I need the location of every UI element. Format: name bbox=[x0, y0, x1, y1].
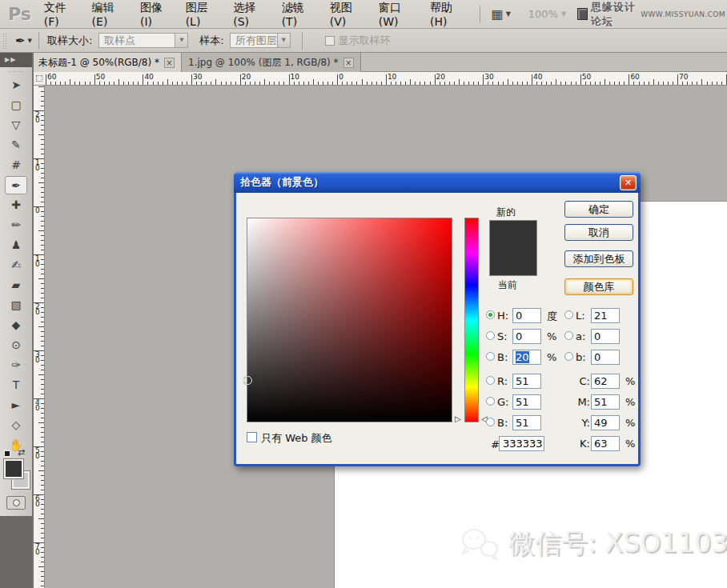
ruler-number: 60 bbox=[630, 73, 639, 81]
chevron-down-icon[interactable]: ▼ bbox=[277, 34, 290, 47]
ruler-number: 30 bbox=[484, 73, 493, 81]
radio-b[interactable] bbox=[564, 352, 573, 361]
radio-r[interactable] bbox=[486, 376, 495, 385]
eyedropper-tool[interactable]: ✒ bbox=[5, 176, 27, 194]
color-libraries-button[interactable]: 颜色库 bbox=[564, 278, 633, 295]
new-current-swatch bbox=[489, 220, 537, 276]
radio-b[interactable] bbox=[486, 352, 495, 361]
field-input-r[interactable]: 51 bbox=[512, 374, 541, 389]
sample-dropdown[interactable]: 所有图层 ▼ bbox=[230, 33, 291, 48]
menu-item-5[interactable]: 选择(S) bbox=[233, 1, 263, 28]
cancel-button[interactable]: 取消 bbox=[564, 224, 633, 241]
field-input-l[interactable]: 21 bbox=[591, 308, 620, 323]
move-tool[interactable]: ➤ bbox=[0, 75, 32, 95]
default-colors-icon[interactable] bbox=[4, 450, 10, 457]
document-tab-1[interactable]: 未标题-1 @ 50%(RGB/8) *× bbox=[32, 53, 182, 72]
brush-tool[interactable]: ✏ bbox=[0, 215, 32, 235]
radio-s[interactable] bbox=[486, 331, 495, 340]
radio-b[interactable] bbox=[486, 418, 495, 426]
arrange-documents-icon[interactable]: ▦ bbox=[492, 6, 504, 22]
sample-value: 所有图层 bbox=[235, 34, 277, 48]
horizontal-ruler[interactable]: 60504030201001020304050607080 bbox=[45, 72, 727, 86]
field-unit: % bbox=[625, 417, 635, 429]
ok-button[interactable]: 确定 bbox=[564, 201, 633, 218]
add-to-swatches-button[interactable]: 添加到色板 bbox=[564, 250, 633, 267]
hue-slider-left-arrow[interactable]: ▷ bbox=[455, 414, 461, 423]
hex-input[interactable]: 333333 bbox=[499, 436, 544, 451]
only-web-colors-label: 只有 Web 颜色 bbox=[261, 431, 332, 446]
field-input-m[interactable]: 51 bbox=[591, 394, 620, 410]
gradient-tool[interactable]: ▧ bbox=[0, 295, 32, 315]
field-input-b[interactable]: 20 bbox=[512, 350, 541, 365]
field-input-g[interactable]: 51 bbox=[512, 394, 541, 410]
wechat-id-text: 微信号: XSO11033 bbox=[508, 526, 727, 562]
ruler-number: 10 bbox=[35, 256, 40, 267]
field-label: a: bbox=[576, 330, 585, 342]
ruler-origin-box[interactable] bbox=[34, 72, 45, 86]
type-tool[interactable]: T bbox=[0, 375, 32, 395]
menu-item-6[interactable]: 滤镜(T) bbox=[282, 1, 311, 28]
field-input-c[interactable]: 62 bbox=[591, 374, 620, 389]
menu-item-3[interactable]: 图像(I) bbox=[140, 1, 167, 28]
dodge-tool[interactable]: ⊙ bbox=[0, 335, 32, 355]
shape-tool[interactable]: ◇ bbox=[0, 415, 32, 435]
menu-item-8[interactable]: 窗口(W) bbox=[379, 1, 412, 28]
tab-close-icon[interactable]: × bbox=[343, 58, 354, 68]
field-input-k[interactable]: 63 bbox=[591, 436, 620, 451]
photoshop-logo: Ps bbox=[8, 4, 31, 24]
field-input-s[interactable]: 0 bbox=[512, 329, 541, 344]
blur-tool[interactable]: ◆ bbox=[0, 315, 32, 335]
radio-g[interactable] bbox=[486, 397, 495, 406]
field-input-b[interactable]: 0 bbox=[591, 350, 620, 365]
radio-h[interactable] bbox=[486, 310, 495, 319]
history-brush-tool[interactable]: ✍ bbox=[0, 255, 32, 275]
eraser-tool[interactable]: ▰ bbox=[0, 275, 32, 295]
document-tab-2[interactable]: 1.jpg @ 100% (图层 1, RGB/8) *× bbox=[182, 53, 361, 72]
dialog-title-bar[interactable]: 拾色器（前景色） ✕ bbox=[234, 172, 641, 193]
color-field-marker[interactable] bbox=[243, 376, 252, 385]
ruler-number: 70 bbox=[35, 544, 40, 555]
pen-tool[interactable]: ✑ bbox=[0, 355, 32, 375]
hue-slider[interactable] bbox=[464, 218, 479, 422]
clone-stamp-tool[interactable]: ♟ bbox=[0, 235, 32, 255]
field-input-b[interactable]: 51 bbox=[512, 415, 541, 430]
eyedropper-icon[interactable]: ✒ bbox=[15, 34, 26, 48]
only-web-colors-checkbox[interactable] bbox=[247, 432, 257, 442]
chevron-down-icon[interactable]: ▼ bbox=[175, 34, 187, 47]
toolbar-collapse-button[interactable]: ▶▶ bbox=[0, 53, 32, 67]
crop-tool[interactable]: # bbox=[0, 155, 32, 175]
field-unit: % bbox=[625, 375, 635, 387]
menu-item-9[interactable]: 帮助(H) bbox=[430, 1, 461, 28]
healing-brush-tool[interactable]: ✚ bbox=[0, 195, 32, 215]
chevron-down-icon[interactable]: ▼ bbox=[506, 10, 511, 18]
color-picker-dialog: 拾色器（前景色） ✕ ▷ ◁ 新的 当前 确定 取消 添加到色板 颜色库 H:0… bbox=[234, 172, 641, 466]
radio-l[interactable] bbox=[564, 310, 573, 319]
grip-handle[interactable] bbox=[7, 70, 25, 74]
quick-selection-tool[interactable]: ✎ bbox=[0, 135, 32, 155]
chevron-down-icon[interactable]: ▼ bbox=[28, 38, 32, 44]
divider bbox=[480, 6, 480, 23]
menu-item-1[interactable]: 文件(F) bbox=[44, 1, 74, 28]
radio-a[interactable] bbox=[564, 331, 573, 340]
field-input-y[interactable]: 49 bbox=[591, 415, 620, 430]
tab-close-icon[interactable]: × bbox=[164, 58, 175, 68]
tab-label: 未标题-1 @ 50%(RGB/8) * bbox=[38, 56, 159, 70]
swap-colors-icon[interactable]: ⇄ bbox=[18, 447, 25, 458]
path-selection-tool[interactable]: ► bbox=[0, 395, 32, 415]
field-input-a[interactable]: 0 bbox=[591, 329, 620, 344]
field-input-h[interactable]: 0 bbox=[512, 308, 541, 323]
quick-mask-button[interactable] bbox=[6, 496, 26, 510]
foreground-color-swatch[interactable] bbox=[4, 459, 23, 478]
lasso-tool[interactable]: ▽ bbox=[0, 115, 32, 135]
grip-handle[interactable] bbox=[2, 33, 8, 49]
rectangular-marquee-tool[interactable]: ▢ bbox=[0, 95, 32, 115]
menu-item-2[interactable]: 编辑(E) bbox=[92, 1, 122, 28]
menu-item-7[interactable]: 视图(V) bbox=[330, 1, 360, 28]
close-icon[interactable]: ✕ bbox=[620, 175, 637, 190]
saturation-brightness-field[interactable] bbox=[247, 218, 452, 422]
tool-options-bar: ✒ ▼ 取样大小: 取样点 ▼ 样本: 所有图层 ▼ 显示取样环 bbox=[0, 29, 727, 53]
zoom-level-select[interactable]: 100% bbox=[528, 8, 558, 20]
menu-item-4[interactable]: 图层(L) bbox=[186, 1, 215, 28]
sample-size-dropdown[interactable]: 取样点 ▼ bbox=[98, 33, 188, 48]
vertical-ruler[interactable]: 2010010203040506070 bbox=[34, 86, 45, 588]
